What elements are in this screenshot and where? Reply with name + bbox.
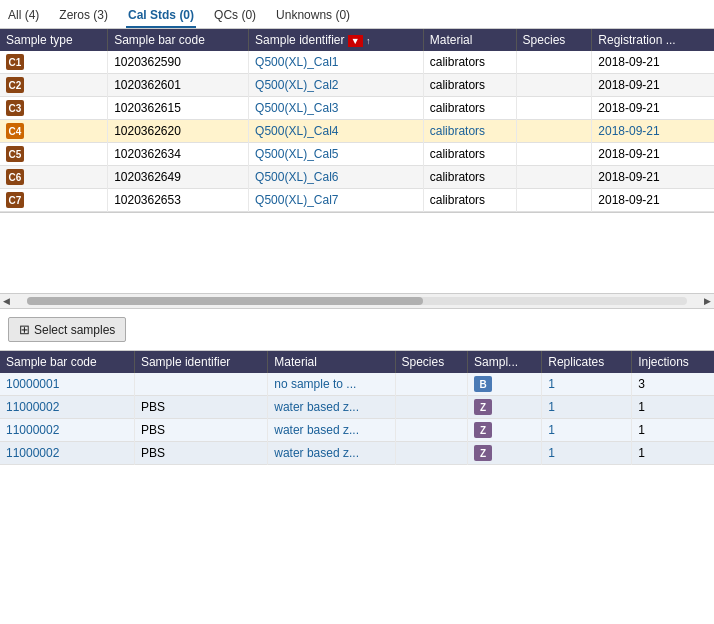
horizontal-scrollbar[interactable]: ◀ ▶	[0, 293, 714, 309]
bottom-sample-badge-cell: B	[468, 373, 542, 396]
bottom-identifier-cell: PBS	[134, 442, 267, 465]
barcode-cell: 1020362601	[108, 74, 249, 97]
bottom-replicates-cell: 1	[542, 373, 632, 396]
bottom-material-cell: water based z...	[268, 396, 395, 419]
col-identifier[interactable]: Sample identifier ▼ ↑	[249, 29, 424, 51]
barcode-cell: 1020362634	[108, 143, 249, 166]
identifier-cell[interactable]: Q500(XL)_Cal3	[249, 97, 424, 120]
species-cell	[516, 51, 592, 74]
identifier-cell[interactable]: Q500(XL)_Cal7	[249, 189, 424, 212]
registration-cell: 2018-09-21	[592, 74, 714, 97]
bottom-replicates-cell: 1	[542, 396, 632, 419]
bottom-material-cell: no sample to ...	[268, 373, 395, 396]
top-table: Sample type Sample bar code Sample ident…	[0, 29, 714, 212]
sample-type-cell: C7	[0, 189, 108, 212]
table-row[interactable]: C51020362634Q500(XL)_Cal5calibrators2018…	[0, 143, 714, 166]
species-cell	[516, 189, 592, 212]
bottom-barcode-cell[interactable]: 11000002	[0, 419, 134, 442]
bottom-table-header: Sample bar code Sample identifier Materi…	[0, 351, 714, 373]
top-table-header: Sample type Sample bar code Sample ident…	[0, 29, 714, 51]
table-row[interactable]: 11000002PBSwater based z...Z11	[0, 396, 714, 419]
top-table-body: C11020362590Q500(XL)_Cal1calibrators2018…	[0, 51, 714, 212]
col-registration[interactable]: Registration ...	[592, 29, 714, 51]
tab-cal-stds-(0)[interactable]: Cal Stds (0)	[126, 4, 196, 28]
material-cell: calibrators	[423, 166, 516, 189]
barcode-cell: 1020362590	[108, 51, 249, 74]
bcol-species[interactable]: Species	[395, 351, 468, 373]
bottom-replicates-cell: 1	[542, 419, 632, 442]
identifier-cell[interactable]: Q500(XL)_Cal2	[249, 74, 424, 97]
select-samples-row: ⊞ Select samples	[0, 309, 714, 351]
registration-cell: 2018-09-21	[592, 120, 714, 143]
material-cell: calibrators	[423, 51, 516, 74]
scroll-left-arrow[interactable]: ◀	[0, 294, 13, 308]
bottom-species-cell	[395, 442, 468, 465]
bottom-identifier-cell	[134, 373, 267, 396]
bcol-barcode[interactable]: Sample bar code	[0, 351, 134, 373]
bottom-species-cell	[395, 373, 468, 396]
scrollbar-track[interactable]	[27, 297, 686, 305]
registration-cell: 2018-09-21	[592, 189, 714, 212]
top-table-container: Sample type Sample bar code Sample ident…	[0, 29, 714, 213]
bottom-sample-badge-cell: Z	[468, 396, 542, 419]
bottom-sample-badge-cell: Z	[468, 419, 542, 442]
col-barcode[interactable]: Sample bar code	[108, 29, 249, 51]
sample-type-cell: C5	[0, 143, 108, 166]
select-samples-button[interactable]: ⊞ Select samples	[8, 317, 126, 342]
identifier-cell[interactable]: Q500(XL)_Cal4	[249, 120, 424, 143]
table-row[interactable]: 11000002PBSwater based z...Z11	[0, 442, 714, 465]
bottom-injections-cell: 3	[632, 373, 714, 396]
col-species[interactable]: Species	[516, 29, 592, 51]
species-cell	[516, 166, 592, 189]
material-cell: calibrators	[423, 189, 516, 212]
bcol-identifier[interactable]: Sample identifier	[134, 351, 267, 373]
table-row[interactable]: C71020362653Q500(XL)_Cal7calibrators2018…	[0, 189, 714, 212]
registration-cell: 2018-09-21	[592, 166, 714, 189]
species-cell	[516, 97, 592, 120]
col-sample-type[interactable]: Sample type	[0, 29, 108, 51]
select-samples-label: Select samples	[34, 323, 115, 337]
table-row[interactable]: C21020362601Q500(XL)_Cal2calibrators2018…	[0, 74, 714, 97]
tab-all-(4)[interactable]: All (4)	[6, 4, 41, 28]
tab-bar: All (4)Zeros (3)Cal Stds (0)QCs (0)Unkno…	[0, 0, 714, 29]
tab-unknowns-(0)[interactable]: Unknowns (0)	[274, 4, 352, 28]
table-row[interactable]: 10000001no sample to ...B13	[0, 373, 714, 396]
material-cell: calibrators	[423, 143, 516, 166]
sample-type-cell: C4	[0, 120, 108, 143]
bcol-injections[interactable]: Injections	[632, 351, 714, 373]
col-material[interactable]: Material	[423, 29, 516, 51]
table-row[interactable]: C41020362620Q500(XL)_Cal4calibrators2018…	[0, 120, 714, 143]
bottom-barcode-cell[interactable]: 11000002	[0, 396, 134, 419]
select-icon: ⊞	[19, 322, 30, 337]
bottom-material-cell: water based z...	[268, 442, 395, 465]
bottom-table: Sample bar code Sample identifier Materi…	[0, 351, 714, 465]
tab-zeros-(3)[interactable]: Zeros (3)	[57, 4, 110, 28]
identifier-cell[interactable]: Q500(XL)_Cal5	[249, 143, 424, 166]
bottom-replicates-cell: 1	[542, 442, 632, 465]
bcol-sampl[interactable]: Sampl...	[468, 351, 542, 373]
species-cell	[516, 74, 592, 97]
bottom-barcode-cell[interactable]: 11000002	[0, 442, 134, 465]
registration-cell: 2018-09-21	[592, 143, 714, 166]
scroll-right-arrow[interactable]: ▶	[701, 294, 714, 308]
species-cell	[516, 120, 592, 143]
identifier-cell[interactable]: Q500(XL)_Cal6	[249, 166, 424, 189]
table-row[interactable]: C11020362590Q500(XL)_Cal1calibrators2018…	[0, 51, 714, 74]
sample-type-cell: C1	[0, 51, 108, 74]
table-row[interactable]: C31020362615Q500(XL)_Cal3calibrators2018…	[0, 97, 714, 120]
table-row[interactable]: C61020362649Q500(XL)_Cal6calibrators2018…	[0, 166, 714, 189]
bottom-barcode-cell[interactable]: 10000001	[0, 373, 134, 396]
bottom-species-cell	[395, 396, 468, 419]
bcol-material[interactable]: Material	[268, 351, 395, 373]
barcode-cell: 1020362653	[108, 189, 249, 212]
material-cell: calibrators	[423, 97, 516, 120]
bottom-injections-cell: 1	[632, 396, 714, 419]
bottom-injections-cell: 1	[632, 419, 714, 442]
table-row[interactable]: 11000002PBSwater based z...Z11	[0, 419, 714, 442]
identifier-cell[interactable]: Q500(XL)_Cal1	[249, 51, 424, 74]
bcol-replicates[interactable]: Replicates	[542, 351, 632, 373]
material-cell: calibrators	[423, 74, 516, 97]
tab-qcs-(0)[interactable]: QCs (0)	[212, 4, 258, 28]
scrollbar-thumb[interactable]	[27, 297, 422, 305]
bottom-identifier-cell: PBS	[134, 419, 267, 442]
